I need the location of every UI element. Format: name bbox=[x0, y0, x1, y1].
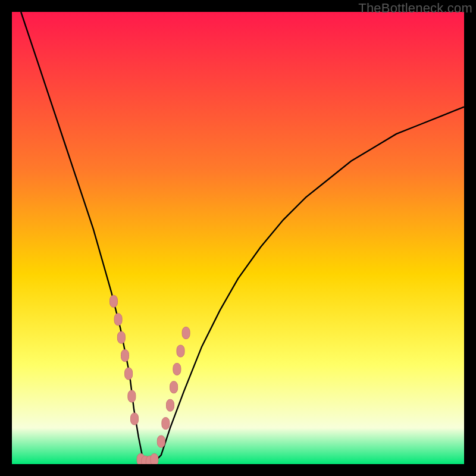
marker-dot bbox=[114, 314, 122, 325]
marker-dot bbox=[170, 381, 178, 393]
marker-dot bbox=[182, 327, 190, 339]
watermark-text: TheBottleneck.com bbox=[358, 1, 472, 16]
marker-dot bbox=[162, 418, 170, 430]
marker-dot bbox=[151, 453, 158, 464]
marker-dot bbox=[131, 413, 139, 425]
chart-frame bbox=[12, 12, 464, 464]
marker-dot bbox=[173, 363, 181, 375]
marker-dot bbox=[177, 345, 184, 357]
marker-dot bbox=[110, 295, 118, 307]
marker-dot bbox=[117, 331, 125, 343]
marker-dot bbox=[128, 390, 136, 402]
gradient-bg bbox=[12, 12, 464, 464]
marker-dot bbox=[157, 436, 165, 447]
marker-dot bbox=[121, 350, 129, 362]
marker-dot bbox=[167, 399, 174, 411]
bottleneck-chart bbox=[12, 12, 464, 464]
marker-dot bbox=[125, 368, 133, 380]
